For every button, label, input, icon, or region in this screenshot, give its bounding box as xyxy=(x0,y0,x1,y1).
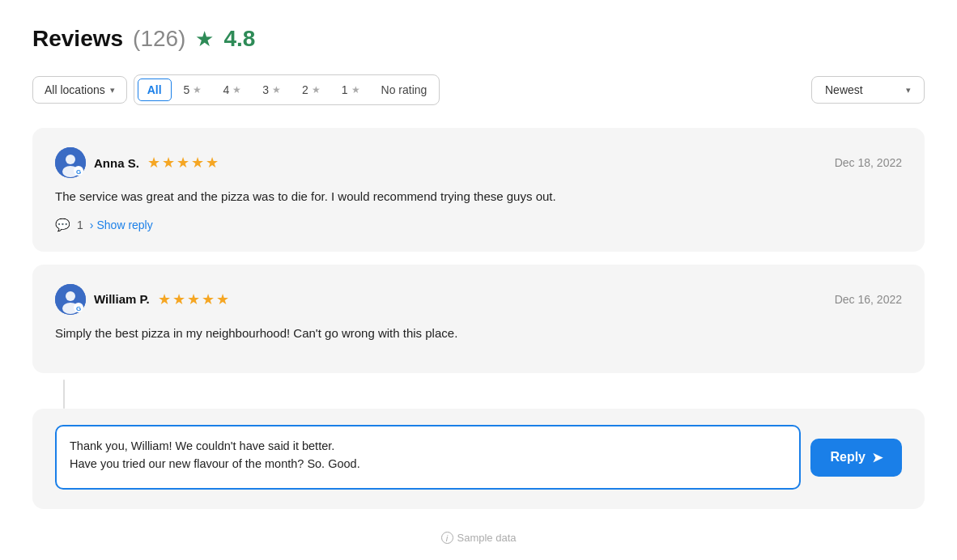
tab-5[interactable]: 5 ★ xyxy=(175,79,211,100)
star-3-icon: ★ xyxy=(177,154,189,172)
tab-1-label: 1 xyxy=(342,83,348,96)
review-date: Dec 16, 2022 xyxy=(835,293,902,306)
tab-no-rating[interactable]: No rating xyxy=(372,79,436,100)
star-1-icon: ★ xyxy=(158,291,171,308)
reply-button-label: Reply xyxy=(830,450,866,465)
svg-point-1 xyxy=(66,155,75,164)
review-stars: ★ ★ ★ ★ ★ xyxy=(147,154,219,172)
reviewer-name: Anna S. xyxy=(94,156,139,170)
tab-2-star-icon: ★ xyxy=(312,84,321,95)
reviewer-name: William P. xyxy=(94,292,150,306)
reviews-rating: 4.8 xyxy=(223,26,255,52)
svg-point-6 xyxy=(66,291,75,301)
tab-no-rating-label: No rating xyxy=(381,83,427,96)
star-2-icon: ★ xyxy=(172,291,185,308)
info-icon: i xyxy=(441,532,453,544)
review-header: G William P. ★ ★ ★ ★ ★ Dec 16, 2022 xyxy=(55,284,902,315)
send-icon: ➤ xyxy=(872,450,883,465)
tab-4-label: 4 xyxy=(223,83,229,96)
svg-text:G: G xyxy=(76,168,81,176)
show-reply-button[interactable]: › Show reply xyxy=(90,218,153,231)
tab-1[interactable]: 1 ★ xyxy=(333,79,369,100)
comment-icon: 💬 xyxy=(55,218,70,232)
review-text: The service was great and the pizza was … xyxy=(55,188,902,206)
avatar: G xyxy=(55,147,86,178)
reply-count: 1 xyxy=(77,218,83,231)
sample-footer-label: Sample data xyxy=(457,532,517,544)
location-chevron-icon: ▾ xyxy=(110,85,115,95)
tab-2[interactable]: 2 ★ xyxy=(293,79,330,100)
star-4-icon: ★ xyxy=(202,291,215,308)
star-1-icon: ★ xyxy=(147,154,160,172)
show-reply-label: Show reply xyxy=(96,218,152,231)
tab-all[interactable]: All xyxy=(138,78,172,101)
review-card: G Anna S. ★ ★ ★ ★ ★ Dec 18, 2022 The ser… xyxy=(32,128,925,252)
connector-line xyxy=(63,380,65,409)
show-reply-chevron-icon: › xyxy=(90,218,94,231)
review-date: Dec 18, 2022 xyxy=(835,156,902,169)
tab-2-label: 2 xyxy=(302,83,308,96)
tab-4[interactable]: 4 ★ xyxy=(214,79,250,100)
reviews-count: (126) xyxy=(133,26,185,52)
tab-3-star-icon: ★ xyxy=(272,84,281,95)
location-label: All locations xyxy=(45,83,105,96)
tab-3[interactable]: 3 ★ xyxy=(253,79,290,100)
tab-5-star-icon: ★ xyxy=(193,84,202,95)
header-star-icon: ★ xyxy=(195,27,214,52)
avatar: G xyxy=(55,284,86,315)
sort-label: Newest xyxy=(825,83,863,96)
location-dropdown[interactable]: All locations ▾ xyxy=(32,76,127,104)
rating-filter-tabs: All 5 ★ 4 ★ 3 ★ 2 ★ 1 ★ No r xyxy=(134,74,440,105)
review-text: Simply the best pizza in my neighbourhoo… xyxy=(55,325,902,343)
star-5-icon: ★ xyxy=(206,154,219,172)
reviews-header: Reviews (126) ★ 4.8 xyxy=(32,26,925,52)
reviewer-info: G Anna S. ★ ★ ★ ★ ★ xyxy=(55,147,219,178)
filter-left: All locations ▾ All 5 ★ 4 ★ 3 ★ 2 ★ xyxy=(32,74,440,105)
star-3-icon: ★ xyxy=(187,291,200,308)
reply-textarea[interactable]: Thank you, William! We couldn't have sai… xyxy=(55,425,801,490)
sort-dropdown[interactable]: Newest ▾ xyxy=(811,76,925,104)
reply-button[interactable]: Reply ➤ xyxy=(810,439,902,477)
reviews-list: G Anna S. ★ ★ ★ ★ ★ Dec 18, 2022 The ser… xyxy=(32,128,925,509)
review-stars: ★ ★ ★ ★ ★ xyxy=(158,291,229,308)
tab-1-star-icon: ★ xyxy=(351,84,360,95)
tab-all-label: All xyxy=(147,83,162,96)
tab-5-label: 5 xyxy=(184,83,190,96)
reply-wrapper: Thank you, William! We couldn't have sai… xyxy=(32,409,925,509)
filter-bar: All locations ▾ All 5 ★ 4 ★ 3 ★ 2 ★ xyxy=(32,74,925,105)
tab-3-label: 3 xyxy=(262,83,269,96)
svg-text:G: G xyxy=(76,305,81,312)
reply-row: 💬 1 › Show reply xyxy=(55,218,902,232)
sort-chevron-icon: ▾ xyxy=(906,85,911,95)
reply-section-wrapper: Thank you, William! We couldn't have sai… xyxy=(32,380,925,509)
reviews-title: Reviews xyxy=(32,26,123,52)
review-header: G Anna S. ★ ★ ★ ★ ★ Dec 18, 2022 xyxy=(55,147,902,178)
star-5-icon: ★ xyxy=(216,291,229,308)
reply-section: Thank you, William! We couldn't have sai… xyxy=(55,425,902,490)
star-2-icon: ★ xyxy=(162,154,175,172)
reviewer-info: G William P. ★ ★ ★ ★ ★ xyxy=(55,284,229,315)
sample-footer: i Sample data xyxy=(32,532,925,544)
tab-4-star-icon: ★ xyxy=(232,84,241,95)
review-card: G William P. ★ ★ ★ ★ ★ Dec 16, 2022 Simp… xyxy=(32,265,925,374)
star-4-icon: ★ xyxy=(191,154,204,172)
